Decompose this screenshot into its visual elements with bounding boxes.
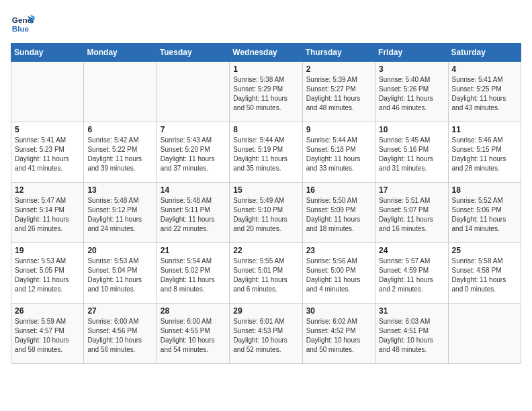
day-number: 26 bbox=[15, 306, 80, 316]
calendar-cell: 18Sunrise: 5:52 AMSunset: 5:06 PMDayligh… bbox=[448, 183, 521, 243]
day-info: Sunrise: 5:57 AMSunset: 4:59 PMDaylight:… bbox=[379, 257, 444, 294]
logo: General Blue bbox=[11, 11, 35, 35]
day-number: 18 bbox=[452, 185, 517, 195]
calendar-week-1: 1Sunrise: 5:38 AMSunset: 5:29 PMDaylight… bbox=[11, 62, 521, 122]
calendar-cell: 2Sunrise: 5:39 AMSunset: 5:27 PMDaylight… bbox=[302, 62, 375, 122]
calendar-cell: 14Sunrise: 5:48 AMSunset: 5:11 PMDayligh… bbox=[157, 183, 229, 243]
page-header: General Blue bbox=[11, 11, 521, 35]
day-number: 20 bbox=[87, 246, 152, 255]
calendar-cell: 6Sunrise: 5:42 AMSunset: 5:22 PMDaylight… bbox=[84, 122, 157, 183]
day-info: Sunrise: 6:00 AMSunset: 4:56 PMDaylight:… bbox=[87, 317, 152, 355]
weekday-header-tuesday: Tuesday bbox=[157, 44, 229, 62]
day-info: Sunrise: 5:52 AMSunset: 5:06 PMDaylight:… bbox=[452, 196, 517, 234]
day-number: 25 bbox=[452, 246, 517, 255]
calendar-table: SundayMondayTuesdayWednesdayThursdayFrid… bbox=[11, 43, 521, 364]
day-info: Sunrise: 6:00 AMSunset: 4:55 PMDaylight:… bbox=[161, 317, 226, 355]
day-info: Sunrise: 5:48 AMSunset: 5:12 PMDaylight:… bbox=[87, 196, 152, 234]
logo-icon: General Blue bbox=[11, 11, 35, 35]
calendar-cell: 29Sunrise: 6:01 AMSunset: 4:53 PMDayligh… bbox=[230, 304, 302, 364]
day-number: 7 bbox=[161, 125, 226, 134]
calendar-cell: 30Sunrise: 6:02 AMSunset: 4:52 PMDayligh… bbox=[302, 304, 375, 364]
calendar-cell: 19Sunrise: 5:53 AMSunset: 5:05 PMDayligh… bbox=[11, 243, 84, 304]
calendar-cell bbox=[11, 62, 84, 122]
calendar-cell: 31Sunrise: 6:03 AMSunset: 4:51 PMDayligh… bbox=[375, 304, 448, 364]
calendar-cell: 3Sunrise: 5:40 AMSunset: 5:26 PMDaylight… bbox=[375, 62, 448, 122]
calendar-cell: 8Sunrise: 5:44 AMSunset: 5:19 PMDaylight… bbox=[230, 122, 302, 183]
calendar-cell: 5Sunrise: 5:41 AMSunset: 5:23 PMDaylight… bbox=[11, 122, 84, 183]
calendar-header: SundayMondayTuesdayWednesdayThursdayFrid… bbox=[11, 44, 521, 62]
day-number: 22 bbox=[233, 246, 298, 255]
day-number: 4 bbox=[452, 64, 517, 74]
day-info: Sunrise: 5:58 AMSunset: 4:58 PMDaylight:… bbox=[452, 257, 517, 294]
day-info: Sunrise: 5:59 AMSunset: 4:57 PMDaylight:… bbox=[15, 317, 80, 355]
day-info: Sunrise: 6:03 AMSunset: 4:51 PMDaylight:… bbox=[379, 317, 444, 355]
day-info: Sunrise: 5:44 AMSunset: 5:19 PMDaylight:… bbox=[233, 136, 298, 173]
day-number: 1 bbox=[233, 64, 298, 74]
day-number: 16 bbox=[306, 185, 371, 195]
calendar-cell: 20Sunrise: 5:53 AMSunset: 5:04 PMDayligh… bbox=[84, 243, 157, 304]
calendar-cell: 12Sunrise: 5:47 AMSunset: 5:14 PMDayligh… bbox=[11, 183, 84, 243]
weekday-header-thursday: Thursday bbox=[302, 44, 375, 62]
day-number: 27 bbox=[87, 306, 152, 316]
day-number: 13 bbox=[87, 185, 152, 195]
day-info: Sunrise: 5:51 AMSunset: 5:07 PMDaylight:… bbox=[379, 196, 444, 234]
day-info: Sunrise: 5:40 AMSunset: 5:26 PMDaylight:… bbox=[379, 75, 444, 113]
day-info: Sunrise: 6:01 AMSunset: 4:53 PMDaylight:… bbox=[233, 317, 298, 355]
calendar-cell: 4Sunrise: 5:41 AMSunset: 5:25 PMDaylight… bbox=[448, 62, 521, 122]
day-number: 6 bbox=[87, 125, 152, 134]
calendar-cell: 9Sunrise: 5:44 AMSunset: 5:18 PMDaylight… bbox=[302, 122, 375, 183]
calendar-week-2: 5Sunrise: 5:41 AMSunset: 5:23 PMDaylight… bbox=[11, 122, 521, 183]
weekday-header-sunday: Sunday bbox=[11, 44, 84, 62]
day-info: Sunrise: 5:56 AMSunset: 5:00 PMDaylight:… bbox=[306, 257, 371, 294]
day-number: 31 bbox=[379, 306, 444, 316]
day-info: Sunrise: 5:53 AMSunset: 5:05 PMDaylight:… bbox=[15, 257, 80, 294]
day-info: Sunrise: 5:41 AMSunset: 5:25 PMDaylight:… bbox=[452, 75, 517, 113]
calendar-cell bbox=[157, 62, 229, 122]
day-info: Sunrise: 5:53 AMSunset: 5:04 PMDaylight:… bbox=[87, 257, 152, 294]
calendar-cell bbox=[448, 304, 521, 364]
calendar-cell: 21Sunrise: 5:54 AMSunset: 5:02 PMDayligh… bbox=[157, 243, 229, 304]
day-number: 23 bbox=[306, 246, 371, 255]
weekday-header-wednesday: Wednesday bbox=[230, 44, 302, 62]
calendar-cell: 7Sunrise: 5:43 AMSunset: 5:20 PMDaylight… bbox=[157, 122, 229, 183]
day-info: Sunrise: 6:02 AMSunset: 4:52 PMDaylight:… bbox=[306, 317, 371, 355]
calendar-cell bbox=[84, 62, 157, 122]
day-number: 5 bbox=[15, 125, 80, 134]
day-info: Sunrise: 5:49 AMSunset: 5:10 PMDaylight:… bbox=[233, 196, 298, 234]
day-number: 14 bbox=[161, 185, 226, 195]
day-info: Sunrise: 5:43 AMSunset: 5:20 PMDaylight:… bbox=[161, 136, 226, 173]
svg-text:Blue: Blue bbox=[12, 24, 30, 33]
day-info: Sunrise: 5:44 AMSunset: 5:18 PMDaylight:… bbox=[306, 136, 371, 173]
calendar-week-4: 19Sunrise: 5:53 AMSunset: 5:05 PMDayligh… bbox=[11, 243, 521, 304]
day-number: 24 bbox=[379, 246, 444, 255]
day-number: 3 bbox=[379, 64, 444, 74]
day-number: 17 bbox=[379, 185, 444, 195]
day-info: Sunrise: 5:41 AMSunset: 5:23 PMDaylight:… bbox=[15, 136, 80, 173]
day-info: Sunrise: 5:46 AMSunset: 5:15 PMDaylight:… bbox=[452, 136, 517, 173]
day-info: Sunrise: 5:48 AMSunset: 5:11 PMDaylight:… bbox=[161, 196, 226, 234]
weekday-header-monday: Monday bbox=[84, 44, 157, 62]
day-info: Sunrise: 5:47 AMSunset: 5:14 PMDaylight:… bbox=[15, 196, 80, 234]
day-number: 2 bbox=[306, 64, 371, 74]
day-number: 8 bbox=[233, 125, 298, 134]
weekday-header-saturday: Saturday bbox=[448, 44, 521, 62]
day-number: 15 bbox=[233, 185, 298, 195]
day-info: Sunrise: 5:54 AMSunset: 5:02 PMDaylight:… bbox=[161, 257, 226, 294]
day-info: Sunrise: 5:50 AMSunset: 5:09 PMDaylight:… bbox=[306, 196, 371, 234]
day-info: Sunrise: 5:39 AMSunset: 5:27 PMDaylight:… bbox=[306, 75, 371, 113]
day-number: 30 bbox=[306, 306, 371, 316]
calendar-cell: 15Sunrise: 5:49 AMSunset: 5:10 PMDayligh… bbox=[230, 183, 302, 243]
calendar-cell: 28Sunrise: 6:00 AMSunset: 4:55 PMDayligh… bbox=[157, 304, 229, 364]
day-info: Sunrise: 5:45 AMSunset: 5:16 PMDaylight:… bbox=[379, 136, 444, 173]
day-info: Sunrise: 5:38 AMSunset: 5:29 PMDaylight:… bbox=[233, 75, 298, 113]
day-number: 28 bbox=[161, 306, 226, 316]
calendar-week-3: 12Sunrise: 5:47 AMSunset: 5:14 PMDayligh… bbox=[11, 183, 521, 243]
day-info: Sunrise: 5:42 AMSunset: 5:22 PMDaylight:… bbox=[87, 136, 152, 173]
day-number: 10 bbox=[379, 125, 444, 134]
calendar-cell: 1Sunrise: 5:38 AMSunset: 5:29 PMDaylight… bbox=[230, 62, 302, 122]
day-number: 12 bbox=[15, 185, 80, 195]
weekday-header-row: SundayMondayTuesdayWednesdayThursdayFrid… bbox=[11, 44, 521, 62]
calendar-cell: 11Sunrise: 5:46 AMSunset: 5:15 PMDayligh… bbox=[448, 122, 521, 183]
calendar-cell: 25Sunrise: 5:58 AMSunset: 4:58 PMDayligh… bbox=[448, 243, 521, 304]
calendar-cell: 23Sunrise: 5:56 AMSunset: 5:00 PMDayligh… bbox=[302, 243, 375, 304]
